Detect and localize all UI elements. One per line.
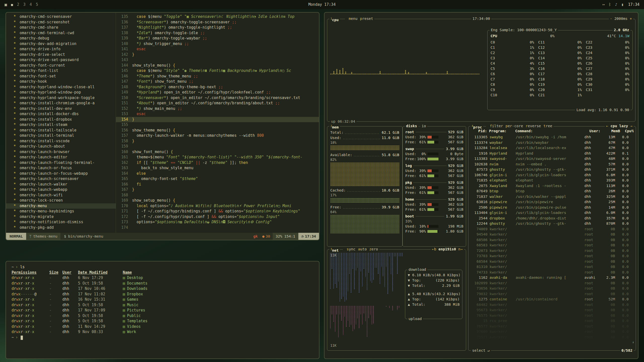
file-item[interactable]: *omarchy-lock-screen bbox=[6, 198, 116, 203]
process-row[interactable]: 113383swayosd-/usr/bin/swayosd-serverdhh… bbox=[469, 156, 631, 162]
process-row[interactable]: 106746glycin-i/usr/lib/glycin-loadersdhh… bbox=[469, 172, 631, 178]
file-item[interactable]: *omarchy-launch-wifi bbox=[6, 193, 116, 198]
logout-icon[interactable]: ↦ bbox=[602, 2, 605, 7]
file-item[interactable]: *omarchy-menu bbox=[6, 203, 116, 209]
process-row[interactable]: 113365swaybg/usr/bin/swaybg -i /homdhh13… bbox=[469, 134, 631, 140]
process-row[interactable]: 71837walker/usr/bin/walker --gappldhh325… bbox=[469, 194, 631, 200]
workspace-4[interactable]: 4 bbox=[30, 2, 32, 7]
process-row[interactable]: 76575kworker/root0B0.0 bbox=[469, 313, 631, 319]
interval-minus-button[interactable]: - bbox=[610, 17, 612, 21]
process-row[interactable]: 73703kworker/root0B0.0 bbox=[469, 253, 631, 259]
process-row[interactable]: 2075XwaylandXwayland :1 -rootless -dhh11… bbox=[469, 183, 631, 189]
workspace-2[interactable]: 2 bbox=[17, 2, 19, 7]
process-row[interactable]: 113374waybar/usr/bin/waybardhh67M0.0 bbox=[469, 140, 631, 146]
iface-prev-button[interactable]: ←b bbox=[432, 247, 436, 251]
process-row[interactable]: 1275containe/usr/bin/containerdroot52M0.… bbox=[469, 297, 631, 302]
process-row[interactable]: 63816pipewire/usr/bin/pipewiredhh25M0.0 bbox=[469, 199, 631, 205]
file-item[interactable]: *omarchy-install-tailscale bbox=[6, 128, 116, 133]
net-sync-button[interactable]: sync bbox=[347, 247, 355, 251]
process-row[interactable]: 15rcu_preeroot0B0.0 bbox=[469, 318, 631, 324]
process-row[interactable]: 102099kworker/root0B0.0 bbox=[469, 281, 631, 286]
process-row[interactable]: 68583kworker/root0B0.0 bbox=[469, 243, 631, 248]
interval-plus-button[interactable]: + bbox=[630, 17, 632, 21]
process-row[interactable]: 71835elephantelephantdhh393M0.0 bbox=[469, 178, 631, 183]
file-item[interactable]: *omarchy-drive-info bbox=[6, 47, 116, 52]
file-item[interactable]: *omarchy-drive-select bbox=[6, 52, 116, 58]
file-item[interactable]: *omarchy-launch-screensaver bbox=[6, 176, 116, 182]
process-row[interactable]: 72073kworker/root0B0.0 bbox=[469, 248, 631, 254]
file-item[interactable]: *omarchy-install-dev-env bbox=[6, 106, 116, 112]
battery-icon[interactable]: ▮ bbox=[621, 2, 624, 7]
sort-next-button[interactable]: → bbox=[630, 124, 632, 128]
file-item[interactable]: *omarchy-launch-editor bbox=[6, 155, 116, 160]
select-button[interactable]: select ↵ bbox=[471, 348, 491, 353]
file-item[interactable]: *omarchy-hook bbox=[6, 79, 116, 84]
workspace-3[interactable]: 3 bbox=[23, 2, 26, 7]
file-item[interactable]: *omarchy-font-list bbox=[6, 68, 116, 74]
process-row[interactable]: 75571kworker/root0B0.0 bbox=[469, 335, 631, 340]
workspace-5[interactable]: 5 bbox=[36, 2, 38, 7]
file-item[interactable]: *omarchy-hyprland-workspace-toggle bbox=[6, 95, 116, 101]
process-row[interactable]: 74869kworker/root0B0.0 bbox=[469, 227, 631, 232]
file-item[interactable]: *omarchy-debug bbox=[6, 36, 116, 41]
bluetooth-icon[interactable]: ᛒ bbox=[609, 2, 611, 7]
process-row[interactable]: 68482kworker/root0B0.0 bbox=[469, 302, 631, 308]
file-item[interactable]: *omarchy-font-set bbox=[6, 74, 116, 79]
process-row[interactable]: 94540kworker/root0B0.0 bbox=[469, 232, 631, 237]
file-item[interactable]: *omarchy-install-dropbox bbox=[6, 117, 116, 122]
process-row[interactable]: 73656kworker/root0B0.0 bbox=[469, 286, 631, 291]
file-item[interactable]: *omarchy-hyprland-window-pop bbox=[6, 90, 116, 95]
file-item[interactable]: *omarchy-launch-browser bbox=[6, 149, 116, 155]
process-row[interactable]: 113404glycin-i/usr/lib/glycin-loadersdhh… bbox=[469, 210, 631, 216]
process-row[interactable]: 68584kworker/root0B0.0 bbox=[469, 259, 631, 264]
process-row[interactable]: 1162avahi-daavahi-daemon: running [avahi… bbox=[469, 275, 631, 281]
process-row[interactable]: 2544dropbox/home/dhh/.dropbox-distdhh357… bbox=[469, 216, 631, 221]
io-mode-button[interactable]: io bbox=[420, 124, 427, 128]
workspace-1-active-icon[interactable]: ■ bbox=[11, 3, 13, 7]
volume-icon[interactable]: ♪ bbox=[615, 2, 617, 7]
file-item[interactable]: *omarchy-launch-webapp bbox=[6, 187, 116, 193]
file-item[interactable]: *omarchy-launch-or-focus bbox=[6, 165, 116, 171]
net-auto-button[interactable]: auto bbox=[358, 247, 367, 251]
file-item[interactable]: *omarchy-migrate bbox=[6, 214, 116, 220]
file-item[interactable]: *omarchy-install-chromium-google-a bbox=[6, 101, 116, 106]
file-item[interactable]: *omarchy-launch-about bbox=[6, 144, 116, 149]
terminal-window[interactable]: ~ › ls PermissionsSizeUserDate ModifiedN… bbox=[6, 261, 319, 359]
process-row[interactable]: 81310kworker/root0B0.0 bbox=[469, 264, 631, 270]
process-row[interactable]: 95673kworker/root0B0.0 bbox=[469, 307, 631, 313]
process-row[interactable]: 1916HyprlandHyprlanddhh422M0.1 bbox=[469, 151, 631, 156]
proc-reverse-button[interactable]: reverse bbox=[526, 124, 541, 128]
file-item[interactable]: *omarchy-install-docker-dbs bbox=[6, 111, 116, 117]
proc-filter-button[interactable]: filter bbox=[490, 124, 503, 128]
process-row[interactable]: 68586kworker/root0B0.0 bbox=[469, 237, 631, 243]
sort-prev-button[interactable]: ← bbox=[606, 124, 608, 128]
omarchy-logo-icon[interactable]: ▣ bbox=[5, 2, 7, 7]
iface-next-button[interactable]: n→ bbox=[458, 247, 463, 251]
file-item[interactable]: *omarchy-dev-add-migration bbox=[6, 41, 116, 47]
file-item[interactable]: *omarchy-install-vscode bbox=[6, 139, 116, 144]
net-zero-button[interactable]: zero bbox=[369, 247, 378, 251]
file-item[interactable]: *omarchy-cmd-screenshot bbox=[6, 20, 116, 25]
file-item[interactable]: *omarchy-cmd-terminal-cwd bbox=[6, 30, 116, 36]
file-item[interactable]: *omarchy-menu-keybindings bbox=[6, 209, 116, 214]
file-item[interactable]: *omarchy-notification-dismiss bbox=[6, 219, 116, 225]
process-row[interactable]: 87649btopbtopdhh26M0.0 bbox=[469, 189, 631, 194]
process-row[interactable]: 2506pipewire/usr/bin/pipewire-pulsedhh14… bbox=[469, 205, 631, 210]
code-editor[interactable]: 135 case $(menu "Toggle" "▣ Screensaver\… bbox=[116, 13, 319, 233]
process-row[interactable]: 76577kworker/root0B0.0 bbox=[469, 324, 631, 329]
file-item[interactable]: *omarchy-launch-or-focus-webapp bbox=[6, 171, 116, 176]
file-item[interactable]: *omarchy-drive-set-password bbox=[6, 57, 116, 63]
proc-tree-button[interactable]: tree bbox=[543, 124, 552, 128]
file-explorer[interactable]: *omarchy-cmd-screensaver*omarchy-cmd-scr… bbox=[6, 13, 116, 233]
file-item[interactable]: *omarchy-pkg-add bbox=[6, 225, 116, 231]
cpu-preset-button[interactable]: preset bbox=[360, 17, 373, 21]
process-row[interactable]: 12244ghostty/usr/bin/ghostty --gtk-dhh87… bbox=[469, 221, 631, 227]
scroll-down-icon[interactable]: ↓ bbox=[632, 340, 634, 344]
process-row[interactable]: 97600kworker/root0B0.0 bbox=[469, 329, 631, 335]
proc-per-core-button[interactable]: per-core bbox=[505, 124, 523, 128]
file-item[interactable]: *omarchy-launch-walker bbox=[6, 182, 116, 187]
file-item[interactable]: *omarchy-cmd-share bbox=[6, 25, 116, 30]
file-item[interactable]: *omarchy-font-current bbox=[6, 63, 116, 68]
scroll-up-icon[interactable]: ↑ bbox=[632, 128, 634, 132]
file-item[interactable]: *omarchy-cmd-screensaver bbox=[6, 14, 116, 20]
